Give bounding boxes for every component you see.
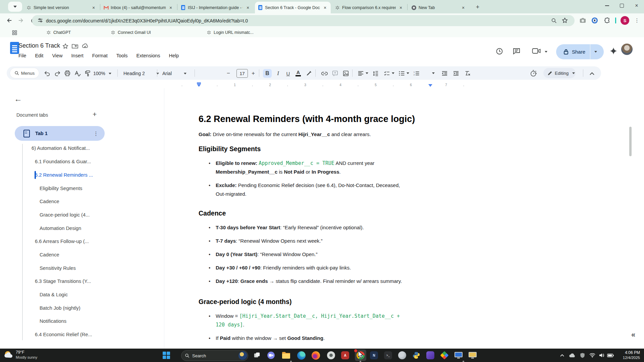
onedrive-tray-icon[interactable] (568, 351, 577, 360)
bulleted-list-icon[interactable] (397, 69, 406, 78)
ruler[interactable]: 1 2 3 4 5 6 7 (164, 82, 465, 88)
align-caret-icon[interactable] (366, 72, 368, 74)
document-editing-surface[interactable]: 6.2 Renewal Reminders (with 4-month grac… (199, 113, 420, 347)
font-select[interactable]: Arial (162, 69, 186, 78)
tab-close-icon[interactable]: × (168, 5, 174, 11)
outline-item[interactable]: 6.1 Foundations & Guar... (35, 155, 91, 168)
firefox-browser-icon[interactable] (311, 351, 320, 360)
tab-search-button[interactable] (8, 2, 22, 12)
wifi-icon[interactable] (588, 351, 597, 360)
menu-edit[interactable]: Edit (35, 53, 43, 58)
menu-format[interactable]: Format (92, 53, 108, 58)
collapse-chevron-icon[interactable]: « (631, 330, 635, 339)
edge-browser-icon[interactable] (297, 351, 306, 360)
add-comment-icon[interactable] (331, 69, 339, 78)
font-size-field[interactable]: 17 (236, 69, 248, 78)
python-icon[interactable] (412, 351, 421, 360)
window-minimize-button[interactable] (600, 0, 614, 11)
menus-search-button[interactable]: Menus (10, 68, 39, 78)
increase-font-size-icon[interactable]: + (249, 69, 258, 78)
version-history-icon[interactable] (495, 47, 503, 55)
underline-button[interactable]: U (284, 69, 292, 78)
undo-icon[interactable] (43, 69, 52, 78)
file-explorer-icon[interactable] (281, 351, 291, 360)
new-tab-button[interactable]: + (474, 3, 482, 11)
print-icon[interactable] (63, 69, 72, 78)
menu-file[interactable]: File (18, 53, 26, 58)
meet-dropdown-caret-icon[interactable] (545, 51, 547, 53)
purple-app-icon[interactable] (426, 351, 435, 360)
menu-view[interactable]: View (52, 53, 62, 58)
outline-item[interactable]: Grace-period logic (4... (40, 208, 90, 222)
bookmark-item[interactable]: Login URL mismatc... (207, 29, 254, 36)
checklist-icon[interactable] (382, 69, 391, 78)
back-icon[interactable] (5, 16, 13, 25)
menu-help[interactable]: Help (169, 53, 179, 58)
add-tab-icon[interactable]: + (93, 110, 97, 118)
comments-icon[interactable] (513, 47, 521, 55)
window-maximize-button[interactable] (614, 0, 629, 11)
text-color-button[interactable]: A (294, 69, 303, 78)
tab-close-icon[interactable]: × (460, 5, 466, 11)
star-document-icon[interactable] (62, 43, 68, 49)
tab-close-icon[interactable]: × (91, 5, 97, 11)
numbered-list-icon[interactable]: 12 (412, 69, 421, 78)
security-tray-icon[interactable] (578, 351, 587, 360)
teams-chat-icon[interactable] (266, 351, 276, 360)
outline-item[interactable]: Sensitivity Rules (40, 261, 76, 275)
profile-avatar[interactable]: S (621, 16, 629, 25)
document-title[interactable]: Section 6 Track (18, 42, 60, 49)
bulleted-list-caret-icon[interactable] (407, 72, 409, 74)
battery-icon[interactable] (606, 351, 615, 360)
italic-button[interactable]: I (274, 69, 282, 78)
globe-app-icon[interactable] (397, 351, 407, 360)
volume-icon[interactable] (597, 351, 606, 360)
terminal-icon[interactable]: >_ (383, 351, 393, 360)
menu-insert[interactable]: Insert (71, 53, 84, 58)
browser-tab[interactable]: ISIJ - Implementation guide - G × (178, 2, 254, 13)
browser-tab[interactable]: Simple text version × (23, 2, 99, 13)
meet-videocam-icon[interactable] (532, 47, 541, 55)
highlight-color-icon[interactable] (305, 69, 313, 78)
snipping-tool-icon[interactable] (326, 351, 336, 360)
taskbar-search[interactable]: Search (181, 350, 248, 361)
sidebar-tab-1[interactable]: Tab 1 ⋮ (15, 126, 105, 141)
editing-mode-button[interactable]: Editing (543, 68, 576, 78)
account-avatar[interactable] (621, 44, 633, 55)
lens-search-icon[interactable] (551, 18, 557, 23)
bold-button[interactable]: B (263, 69, 272, 78)
insert-image-icon[interactable] (341, 69, 350, 78)
insert-link-icon[interactable] (320, 69, 329, 78)
outline-item[interactable]: Batch Job (nightly) (40, 301, 80, 315)
bookmark-item[interactable]: ChatGPT (46, 29, 71, 36)
share-dropdown-caret-icon[interactable] (594, 51, 597, 53)
forward-icon[interactable] (17, 16, 25, 25)
hide-menus-chevron-icon[interactable] (588, 69, 596, 78)
outline-item[interactable]: 6.4 Economic Relief (Re... (35, 328, 92, 341)
share-button[interactable]: Share (556, 44, 604, 59)
hidden-icons-chevron[interactable] (557, 351, 567, 360)
bookmark-star-icon[interactable] (562, 17, 568, 23)
outline-item[interactable]: Cadence (40, 248, 59, 261)
password-manager-icon[interactable] (590, 16, 599, 25)
pdf-app-icon[interactable]: A (340, 351, 350, 360)
apps-grid-icon[interactable] (12, 29, 17, 36)
line-spacing-icon[interactable] (371, 69, 380, 78)
numbered-list-caret-icon[interactable] (432, 72, 435, 74)
site-info-icon[interactable] (37, 17, 43, 23)
window-close-button[interactable]: × (629, 0, 644, 11)
browser-menu-kebab-icon[interactable]: ⋮ (633, 16, 641, 25)
browser-tab[interactable]: New Tab × (409, 2, 469, 13)
bookmark-item[interactable]: Connect Gmail UI (111, 29, 151, 36)
task-view-icon[interactable] (252, 351, 262, 360)
outline-item[interactable]: Cadence (40, 195, 59, 208)
tab-close-icon[interactable]: × (322, 5, 328, 11)
media-display-icon[interactable] (468, 351, 477, 360)
left-indent-marker[interactable] (197, 82, 201, 87)
display-app-icon[interactable] (454, 351, 463, 360)
outline-item[interactable]: Data & Logic (40, 288, 68, 301)
outline-item[interactable]: 6) Automation & Notificat... (32, 141, 90, 155)
taskbar-clock[interactable]: 4:06 PM 12/4/2025 (615, 350, 640, 360)
decrease-indent-icon[interactable] (440, 69, 449, 78)
redo-icon[interactable] (53, 69, 62, 78)
